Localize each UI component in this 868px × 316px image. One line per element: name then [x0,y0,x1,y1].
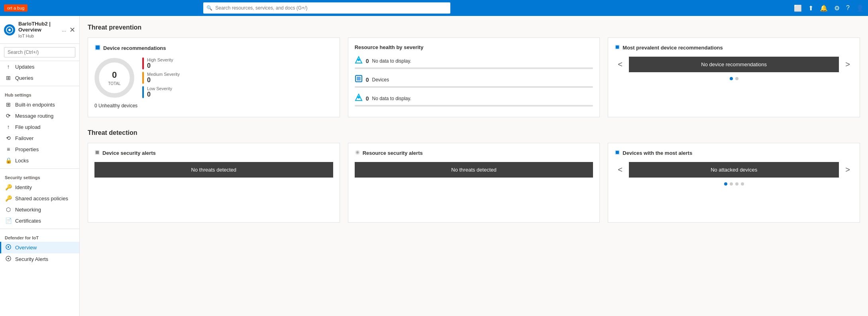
svg-rect-16 [616,45,619,49]
sidebar-item-security-alerts-label: Security Alerts [15,256,48,262]
high-severity-label: High Severity [147,57,173,62]
security-alerts-icon [5,256,12,263]
threat-detection-cards: Device security alerts No threats detect… [88,143,860,223]
sidebar-item-networking-label: Networking [15,207,41,213]
sidebar-item-file-upload[interactable]: ↑ File upload [0,121,79,132]
unhealthy-devices-label: Unhealthy devices [98,103,137,109]
threat-detection-title: Threat detection [88,129,860,136]
medium-severity-item: Medium Severity 0 [142,72,180,84]
hub-settings-label: Hub settings [0,89,79,99]
most-prevalent-next-button[interactable]: > [842,57,853,72]
feedback-icon[interactable]: 👤 [856,4,864,12]
rh-item-2: 0 No data to display. [355,93,593,107]
medium-severity-label: Medium Severity [147,72,180,77]
sidebar-item-message-routing[interactable]: ⟳ Message routing [0,110,79,121]
shared-access-icon: 🔑 [5,195,12,201]
sidebar-more-button[interactable]: ... [62,27,66,33]
devices-dot-0 [724,182,727,186]
svg-point-20 [356,151,359,154]
sidebar-close-button[interactable]: ✕ [69,26,75,34]
certificates-icon: 📄 [5,217,12,224]
no-threats-detected-button-2[interactable]: No threats detected [355,162,593,178]
devices-most-alerts-prev-button[interactable]: < [615,162,626,178]
no-attacked-devices-button[interactable]: No attacked devices [629,162,839,178]
sidebar: BarloTHub2 | Overview IoT Hub ... ✕ ↑ Up… [0,16,80,316]
sidebar-item-certificates-label: Certificates [15,218,41,224]
upload-icon[interactable]: ⬆ [808,4,813,12]
bell-icon[interactable]: 🔔 [820,4,828,12]
sidebar-item-file-upload-label: File upload [15,124,41,130]
gear-icon[interactable]: ⚙ [834,4,840,12]
portal-icon[interactable]: ⬜ [794,4,802,12]
sidebar-item-queries[interactable]: ⊞ Queries [0,72,79,83]
medium-severity-bar [142,72,144,84]
sidebar-item-security-alerts[interactable]: Security Alerts [0,253,79,265]
sidebar-search-input[interactable] [4,47,75,57]
divider-hub-settings [0,86,79,86]
svg-point-5 [8,258,9,259]
sidebar-item-identity-label: Identity [15,184,32,190]
devices-most-alerts-carousel: < No attacked devices > [615,162,853,178]
most-prevalent-carousel: < No device recommendations > [615,57,853,72]
high-severity-item: High Severity 0 [142,57,180,69]
device-security-icon [94,150,100,156]
sidebar-item-shared-access-policies[interactable]: 🔑 Shared access policies [0,193,79,204]
sidebar-item-locks[interactable]: 🔒 Locks [0,155,79,166]
search-input[interactable] [203,2,450,14]
sidebar-item-failover[interactable]: ⟲ Failover [0,132,79,144]
devices-dot-3 [741,182,744,186]
donut-section: 0 TOTAL High Severity 0 [94,57,333,98]
device-security-alerts-label: Device security alerts [102,150,156,156]
donut-label: 0 TOTAL [108,70,120,86]
overview-icon [5,244,12,251]
svg-point-1 [8,29,11,31]
svg-point-10 [357,59,360,61]
search-bar[interactable]: 🔍 [203,2,450,14]
devices-most-alerts-next-button[interactable]: > [842,162,853,178]
rh-label-2: No data to display. [372,96,411,101]
svg-point-14 [357,96,360,99]
resource-health-list: 0 No data to display. 0 Dev [355,56,593,107]
devices-most-alerts-icon [615,150,620,156]
message-routing-icon: ⟳ [5,113,12,119]
sidebar-item-built-in-endpoints[interactable]: ⊞ Built-in endpoints [0,99,79,110]
devices-dot-2 [735,182,738,186]
sidebar-item-properties[interactable]: ≡ Properties [0,144,79,155]
networking-icon: ⬡ [5,206,12,213]
donut-total-num: 0 [108,70,120,80]
built-in-endpoints-icon: ⊞ [5,101,12,108]
donut-chart: 0 TOTAL [94,58,134,98]
device-security-alerts-card: Device security alerts No threats detect… [88,143,340,223]
sidebar-item-certificates[interactable]: 📄 Certificates [0,215,79,226]
unhealthy-count: 0 [94,103,97,109]
sidebar-item-updates[interactable]: ↑ Updates [0,61,79,72]
sidebar-item-overview[interactable]: Overview [0,242,79,253]
rh-icon-0 [355,56,363,66]
sidebar-item-identity[interactable]: 🔑 Identity [0,182,79,193]
high-severity-num: 0 [147,62,173,69]
bug-report-button[interactable]: ort a bug [4,4,27,12]
help-icon[interactable]: ? [846,4,850,12]
no-threats-detected-button-1[interactable]: No threats detected [94,162,333,178]
most-prevalent-prev-button[interactable]: < [615,57,626,72]
sidebar-item-failover-label: Failover [15,135,33,141]
rh-label-0: No data to display. [372,58,411,64]
security-settings-label: Security settings [0,171,79,182]
rh-count-0: 0 [366,58,369,64]
sidebar-item-updates-label: Updates [15,64,34,70]
sidebar-search[interactable] [0,44,79,61]
no-device-recommendations-button[interactable]: No device recommendations [629,57,839,72]
rh-header-1: 0 Devices [355,75,593,85]
sidebar-item-built-in-endpoints-label: Built-in endpoints [15,102,55,108]
sidebar-item-overview-label: Overview [15,245,37,251]
low-severity-label: Low Severity [147,86,172,91]
rh-icon-1 [355,75,363,85]
svg-point-3 [8,246,9,248]
device-recommendations-label: Device recommendations [103,45,166,51]
devices-most-alerts-dots [615,182,853,186]
divider-security-settings [0,168,79,169]
most-prevalent-dots [615,77,853,80]
sidebar-item-networking[interactable]: ⬡ Networking [0,204,79,215]
rh-label-1: Devices [372,77,389,83]
threat-prevention-title: Threat prevention [88,24,860,31]
